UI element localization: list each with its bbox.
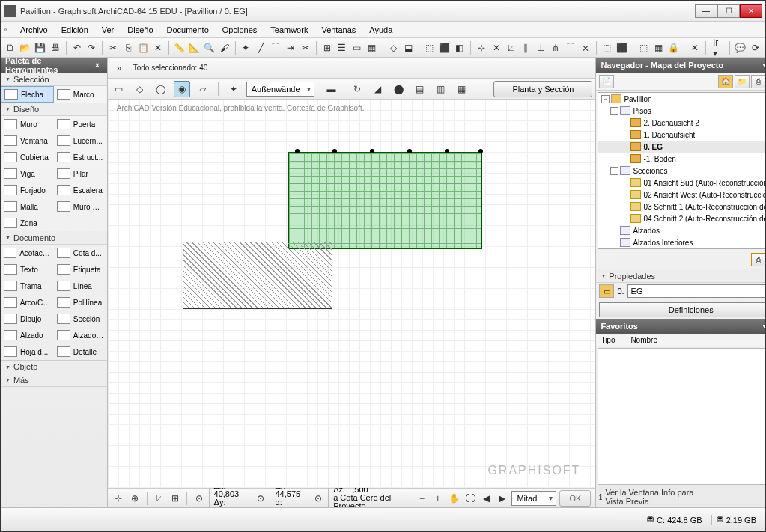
mode-e-icon[interactable]: ▦ [454,81,470,97]
tool-acotacion[interactable]: Acotación [1,245,54,261]
menu-diseno[interactable]: Diseño [121,24,159,36]
nav-layout-icon[interactable]: 📁 [735,75,750,88]
zoom-out-icon[interactable]: − [416,490,428,507]
bisect-icon[interactable]: ⋔ [549,40,562,56]
tree-item[interactable]: 04 Schnitt 2 (Auto-Reconstrucción del Mo [598,213,765,224]
mode-c-icon[interactable]: ▤ [412,81,428,97]
toolbox-close-icon[interactable]: × [92,61,102,70]
constrain-icon[interactable]: ✕ [490,40,503,56]
zoom-scale-combo[interactable]: Mitad [511,491,556,506]
tree-item[interactable]: Alzados Interiores [598,236,765,248]
new-view-icon[interactable]: ⎙ [751,253,765,266]
grid-snap2-icon[interactable]: ⊞ [168,490,181,507]
copy-icon[interactable]: ⎘ [121,40,135,56]
zoom-next-icon[interactable]: ▶ [496,490,508,507]
mode-a-icon[interactable]: ◢ [370,81,386,97]
cut-icon[interactable]: ✂ [106,40,120,56]
tree-expand-icon[interactable]: − [601,95,610,103]
close-button[interactable]: ✕ [740,4,762,18]
menu-chevron-icon[interactable]: » [4,26,13,33]
maximize-button[interactable]: ☐ [717,4,740,18]
menu-documento[interactable]: Documento [161,24,215,36]
favorites-title-bar[interactable]: Favoritos ▾ × [596,319,765,334]
trim-icon[interactable]: ✂ [299,40,312,56]
tree-item[interactable]: 02 Ansicht West (Auto-Reconstrucción del [598,189,765,201]
pin-icon[interactable]: » [111,60,127,76]
floor-plan-button[interactable]: Planta y Sección [493,81,592,97]
tool-forjado[interactable]: Forjado [1,182,54,198]
drawing-canvas[interactable]: ArchiCAD Versión Educacional, prohibida … [108,100,596,488]
undo-icon[interactable]: ↶ [70,40,84,56]
geometry-c-icon[interactable]: ◯ [153,81,169,97]
section-documento[interactable]: Documento [1,231,107,245]
navigator-title-bar[interactable]: Navegador - Mapa del Proyecto ▾ × [596,58,765,73]
tool-seccion[interactable]: Sección [54,311,107,327]
tool-lucernario[interactable]: Lucern... [54,132,107,149]
tool-a-icon[interactable]: ⬚ [423,40,437,56]
measure-icon[interactable]: 📏 [173,40,186,56]
angle-snap-icon[interactable]: ⟀ [152,490,165,507]
snap-toggle-icon[interactable]: ⊹ [112,490,125,507]
mode-b-icon[interactable]: ⬤ [391,81,407,97]
new-icon[interactable]: 🗋 [4,40,17,56]
tree-item[interactable]: 01 Ansicht Süd (Auto-Reconstrucción del [598,177,765,189]
snap-icon[interactable]: ⊹ [475,40,488,56]
section-seleccion[interactable]: Selección [1,73,107,86]
wand-icon[interactable]: ✦ [239,40,252,56]
menu-opciones[interactable]: Opciones [216,24,263,36]
angle-icon[interactable]: ⟀ [505,40,518,56]
tool-pilar[interactable]: Pilar [54,165,107,182]
line-tool-icon[interactable]: ╱ [254,40,267,56]
paint-icon[interactable]: 🖌 [218,40,231,56]
origin3-icon[interactable]: ⊙ [312,490,325,507]
toolbox-title-bar[interactable]: Paleta de Herramientas × [1,58,107,73]
tool-linea[interactable]: Línea [54,278,107,294]
origin2-icon[interactable]: ⊙ [254,490,267,507]
tree-item[interactable]: 03 Schnitt 1 (Auto-Reconstrucción del Mo [598,201,765,213]
tree-item[interactable]: Alzados [598,224,765,236]
tree-item[interactable]: 2. Dachausicht 2 [598,117,765,129]
menu-edicion[interactable]: Edición [55,24,94,36]
tool-hoja[interactable]: Hoja d... [1,343,54,360]
wand-2-icon[interactable]: ✦ [225,81,242,97]
section-diseno[interactable]: Diseño [1,103,107,116]
zoom-fit-icon[interactable]: ⛶ [463,490,476,507]
palette-icon[interactable]: ▦ [365,40,379,56]
tool-ventana[interactable]: Ventana [1,132,54,149]
tool-alzado[interactable]: Alzado [1,327,54,343]
tree-expand-icon[interactable]: − [610,107,618,115]
pan-icon[interactable]: ✋ [448,490,460,507]
tool-marco[interactable]: Marco [54,86,107,103]
layers-icon[interactable]: ☰ [335,40,349,56]
tool-muro[interactable]: Muro [1,116,54,132]
tree-item[interactable]: −Secciones [598,165,765,177]
tool-alzado-interior[interactable]: Alzado ... [54,327,107,343]
perp-icon[interactable]: ⊥ [534,40,547,56]
minimize-button[interactable]: — [695,4,717,18]
tool-cubierta[interactable]: Cubierta [1,149,54,165]
layer-combo[interactable]: Außenwände [246,82,314,97]
view-f-icon[interactable]: ⬛ [615,40,629,56]
tool-muro-cortina[interactable]: Muro C... [54,198,107,215]
favorites-list[interactable] [598,348,765,485]
zoom-in-icon[interactable]: + [431,490,444,507]
geometry-d-icon[interactable]: ◉ [174,81,190,97]
navigator-collapse-icon[interactable]: ▾ [760,61,765,70]
ungroup-icon[interactable]: ▦ [652,40,666,56]
nav-project-map-icon[interactable]: 📄 [599,75,614,88]
tool-dibujo[interactable]: Dibujo [1,311,54,327]
tool-viga[interactable]: Viga [1,165,54,182]
line-weight-icon[interactable]: ▬ [319,81,344,97]
properties-header[interactable]: Propiedades [596,269,765,283]
intersect-icon[interactable]: ⨯ [579,40,592,56]
refresh-icon[interactable]: ⟳ [749,40,762,56]
tree-item[interactable]: −Pisos [598,105,765,117]
offset-icon[interactable]: ⇥ [284,40,297,56]
favorites-collapse-icon[interactable]: ▾ [760,322,765,331]
story-name-input[interactable] [627,284,765,298]
tree-item[interactable]: 0. EG [598,141,765,153]
nav-view-map-icon[interactable]: 🏠 [718,75,733,88]
open-icon[interactable]: 📂 [19,40,32,56]
view-e-icon[interactable]: ⬚ [601,40,614,56]
tool-arco[interactable]: Arco/Cí... [1,294,54,311]
